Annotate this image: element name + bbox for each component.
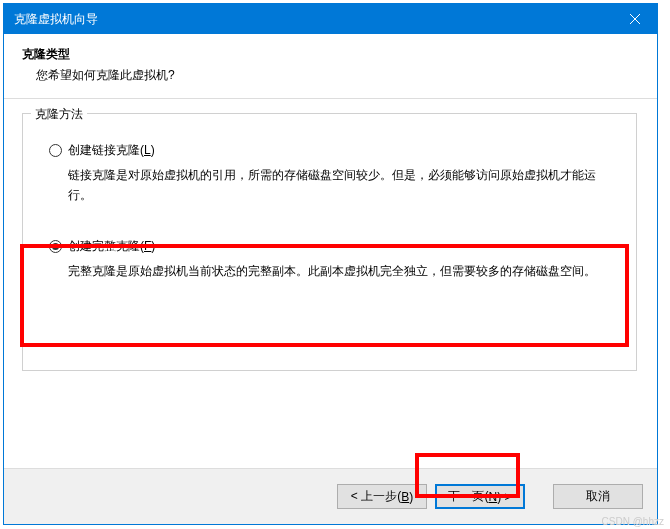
content-area: 克隆方法 创建链接克隆(L) 链接克隆是对原始虚拟机的引用，所需的存储磁盘空间较… xyxy=(4,99,657,468)
fieldset-legend: 克隆方法 xyxy=(31,106,87,123)
close-icon xyxy=(630,14,640,24)
option-linked-clone: 创建链接克隆(L) 链接克隆是对原始虚拟机的引用，所需的存储磁盘空间较少。但是，… xyxy=(49,142,610,206)
radio-icon xyxy=(49,240,62,253)
radio-full-clone[interactable]: 创建完整克隆(F) xyxy=(49,238,610,255)
option-full-clone: 创建完整克隆(F) 完整克隆是原始虚拟机当前状态的完整副本。此副本虚拟机完全独立… xyxy=(49,238,610,281)
close-button[interactable] xyxy=(612,4,657,34)
radio-label-full: 创建完整克隆(F) xyxy=(68,238,155,255)
radio-label-linked: 创建链接克隆(L) xyxy=(68,142,155,159)
header-subtitle: 您希望如何克隆此虚拟机? xyxy=(22,67,639,84)
window-title: 克隆虚拟机向导 xyxy=(14,11,98,28)
clone-method-fieldset: 克隆方法 创建链接克隆(L) 链接克隆是对原始虚拟机的引用，所需的存储磁盘空间较… xyxy=(22,113,637,371)
wizard-dialog: 克隆虚拟机向导 克隆类型 您希望如何克隆此虚拟机? 克隆方法 创建链接克隆(L)… xyxy=(3,3,658,525)
header-title: 克隆类型 xyxy=(22,46,639,63)
watermark: CSDN @hhzz xyxy=(602,516,664,527)
titlebar: 克隆虚拟机向导 xyxy=(4,4,657,34)
cancel-button[interactable]: 取消 xyxy=(553,484,643,509)
button-bar: < 上一步(B) 下一页(N) > 取消 xyxy=(4,468,657,524)
radio-linked-clone[interactable]: 创建链接克隆(L) xyxy=(49,142,610,159)
next-button[interactable]: 下一页(N) > xyxy=(435,484,525,509)
linked-clone-desc: 链接克隆是对原始虚拟机的引用，所需的存储磁盘空间较少。但是，必须能够访问原始虚拟… xyxy=(49,165,610,206)
full-clone-desc: 完整克隆是原始虚拟机当前状态的完整副本。此副本虚拟机完全独立，但需要较多的存储磁… xyxy=(49,261,610,281)
radio-icon xyxy=(49,144,62,157)
back-button[interactable]: < 上一步(B) xyxy=(337,484,427,509)
header: 克隆类型 您希望如何克隆此虚拟机? xyxy=(4,34,657,99)
